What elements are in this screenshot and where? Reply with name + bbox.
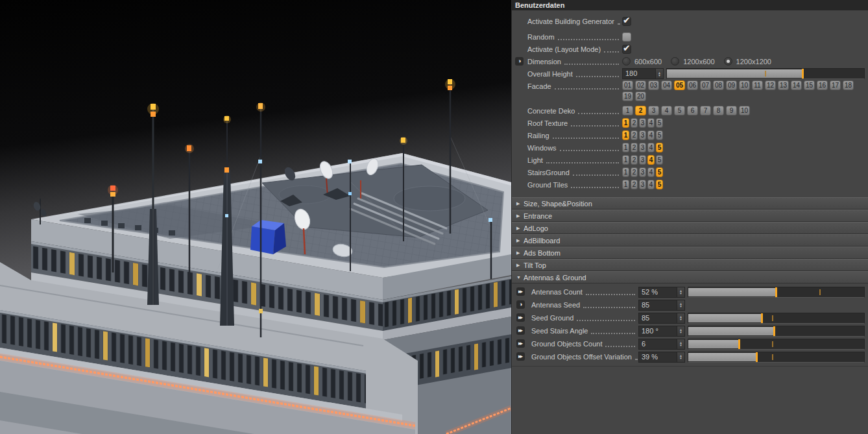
windows-option-button[interactable]: 1 <box>622 143 629 152</box>
seed-stairs-angle-field[interactable]: 180 ° ▲▼ <box>638 326 685 337</box>
facade-option-button[interactable]: 06 <box>687 80 698 90</box>
stairsground-option-button[interactable]: 3 <box>639 167 646 177</box>
section-header[interactable]: Ads Bottom <box>512 247 868 259</box>
section-header[interactable]: Tilt Top <box>512 259 868 271</box>
facade-option-button[interactable]: 05 <box>674 80 685 90</box>
section-header[interactable]: AdBillboard <box>512 234 868 247</box>
facade-option-button[interactable]: 12 <box>765 80 776 90</box>
roof-texture-option-button[interactable]: 3 <box>639 118 646 128</box>
concrete-deko-option-button[interactable]: 10 <box>739 106 750 115</box>
dimension-radio-option[interactable]: 1200x1200 <box>724 57 771 66</box>
dimension-radio-option[interactable]: 600x600 <box>622 57 662 66</box>
facade-option-button[interactable]: 07 <box>700 80 711 90</box>
facade-option-button[interactable]: 20 <box>635 91 646 101</box>
concrete-deko-option-button[interactable]: 9 <box>726 106 737 115</box>
slider-handle[interactable] <box>775 287 777 297</box>
slider-handle[interactable] <box>761 313 763 323</box>
stairsground-option-button[interactable]: 5 <box>656 167 663 177</box>
ground-objects-offset-variation-field[interactable]: 39 % ▲▼ <box>638 352 685 363</box>
concrete-deko-option-button[interactable]: 6 <box>687 106 698 115</box>
light-option-button[interactable]: 3 <box>639 155 646 165</box>
antennas-count-value[interactable]: 52 % <box>639 287 677 297</box>
roof-texture-option-button[interactable]: 1 <box>622 118 629 128</box>
stairsground-option-button[interactable]: 4 <box>647 167 655 177</box>
facade-option-button[interactable]: 03 <box>648 80 659 90</box>
stairsground-option-button[interactable]: 1 <box>622 167 629 177</box>
concrete-deko-option-button[interactable]: 1 <box>622 106 633 115</box>
overall-height-field[interactable]: 180 ▲▼ <box>622 68 664 79</box>
viewport-3d-render[interactable] <box>0 0 511 434</box>
facade-option-button[interactable]: 14 <box>791 80 802 90</box>
ground-objects-count-value[interactable]: 6 <box>639 339 677 349</box>
concrete-deko-option-button[interactable]: 8 <box>713 106 724 115</box>
facade-option-button[interactable]: 10 <box>739 80 750 90</box>
antennas-seed-value[interactable]: 85 <box>639 300 677 310</box>
railing-option-button[interactable]: 3 <box>639 130 646 140</box>
section-header[interactable]: Size, Shape&Position <box>512 197 868 210</box>
roof-texture-option-button[interactable]: 5 <box>656 118 663 128</box>
spinner-arrows-icon[interactable]: ▲▼ <box>677 326 684 336</box>
keyframe-icon[interactable] <box>515 57 524 66</box>
light-option-button[interactable]: 4 <box>647 155 655 165</box>
slider-handle[interactable] <box>756 352 758 362</box>
keyframe-icon[interactable] <box>516 326 525 335</box>
activate-building-generator-checkbox[interactable] <box>622 17 631 26</box>
windows-option-button[interactable]: 2 <box>631 143 638 152</box>
facade-option-button[interactable]: 13 <box>778 80 789 90</box>
railing-option-button[interactable]: 4 <box>647 130 655 140</box>
section-header-antennas-ground[interactable]: Antennas & Ground <box>512 271 868 283</box>
concrete-deko-option-button[interactable]: 2 <box>635 106 646 115</box>
overall-height-slider[interactable] <box>666 68 865 79</box>
seed-ground-value[interactable]: 85 <box>639 313 677 323</box>
facade-option-button[interactable]: 19 <box>622 91 633 101</box>
overall-height-value[interactable]: 180 <box>623 69 655 78</box>
concrete-deko-option-button[interactable]: 3 <box>648 106 659 115</box>
roof-texture-option-button[interactable]: 2 <box>631 118 638 128</box>
keyframe-icon[interactable] <box>516 352 525 361</box>
spinner-arrows-icon[interactable]: ▲▼ <box>677 339 684 349</box>
ground-tiles-option-button[interactable]: 5 <box>656 180 663 189</box>
slider-handle[interactable] <box>802 69 804 78</box>
keyframe-icon[interactable] <box>516 287 525 296</box>
facade-option-button[interactable]: 18 <box>843 80 854 90</box>
seed-ground-field[interactable]: 85 ▲▼ <box>638 313 685 324</box>
seed-stairs-angle-value[interactable]: 180 ° <box>639 326 677 336</box>
windows-option-button[interactable]: 5 <box>656 143 663 152</box>
ground-tiles-option-button[interactable]: 3 <box>639 180 646 189</box>
facade-option-button[interactable]: 04 <box>661 80 672 90</box>
ground-tiles-option-button[interactable]: 4 <box>647 180 655 189</box>
roof-texture-option-button[interactable]: 4 <box>647 118 655 128</box>
facade-option-button[interactable]: 01 <box>622 80 633 90</box>
spinner-arrows-icon[interactable]: ▲▼ <box>677 287 684 297</box>
antennas-count-slider[interactable] <box>688 287 865 298</box>
ground-tiles-option-button[interactable]: 1 <box>622 180 629 189</box>
spinner-arrows-icon[interactable]: ▲▼ <box>677 313 684 323</box>
windows-option-button[interactable]: 3 <box>639 143 646 152</box>
concrete-deko-option-button[interactable]: 5 <box>674 106 685 115</box>
antennas-seed-field[interactable]: 85 ▲▼ <box>638 300 685 311</box>
facade-option-button[interactable]: 11 <box>752 80 763 90</box>
seed-stairs-angle-slider[interactable] <box>688 326 865 337</box>
ground-objects-offset-variation-value[interactable]: 39 % <box>639 352 677 362</box>
railing-option-button[interactable]: 2 <box>631 130 638 140</box>
concrete-deko-option-button[interactable]: 7 <box>700 106 711 115</box>
ground-tiles-option-button[interactable]: 2 <box>631 180 638 189</box>
activate-layout-mode-checkbox[interactable] <box>622 45 631 54</box>
railing-option-button[interactable]: 1 <box>622 130 629 140</box>
facade-option-button[interactable]: 08 <box>713 80 724 90</box>
keyframe-icon[interactable] <box>516 313 525 322</box>
facade-option-button[interactable]: 02 <box>635 80 646 90</box>
keyframe-icon[interactable] <box>516 300 525 309</box>
antennas-count-field[interactable]: 52 % ▲▼ <box>638 287 685 298</box>
seed-ground-slider[interactable] <box>688 313 865 324</box>
light-option-button[interactable]: 2 <box>631 155 638 165</box>
random-checkbox[interactable] <box>622 32 631 42</box>
railing-option-button[interactable]: 5 <box>656 130 663 140</box>
dimension-radio-option[interactable]: 1200x600 <box>671 57 714 66</box>
ground-objects-count-slider[interactable] <box>688 339 865 350</box>
facade-option-button[interactable]: 17 <box>830 80 841 90</box>
section-header[interactable]: Entrance <box>512 210 868 222</box>
light-option-button[interactable]: 5 <box>656 155 663 165</box>
facade-option-button[interactable]: 09 <box>726 80 737 90</box>
spinner-arrows-icon[interactable]: ▲▼ <box>677 300 684 310</box>
